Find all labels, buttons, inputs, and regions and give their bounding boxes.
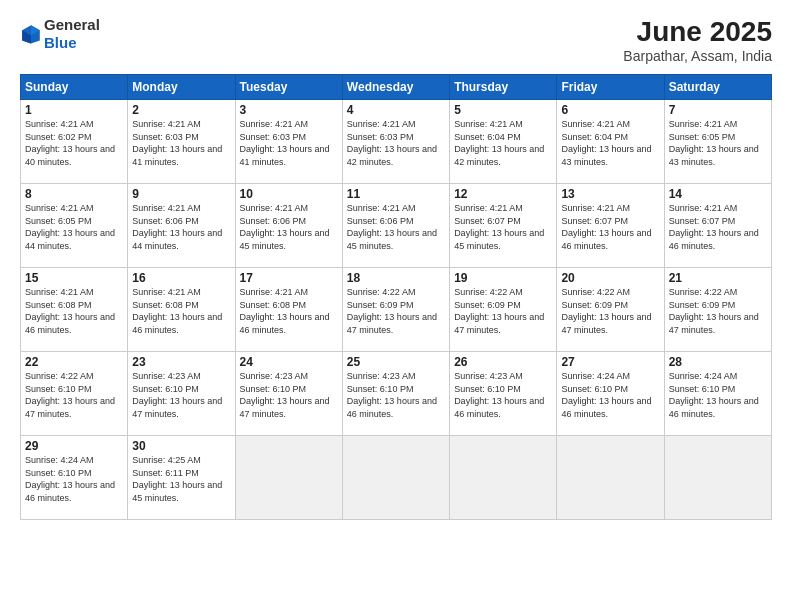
table-row [664,436,771,520]
table-row [557,436,664,520]
table-row: 24Sunrise: 4:23 AMSunset: 6:10 PMDayligh… [235,352,342,436]
week-row-2: 8Sunrise: 4:21 AMSunset: 6:05 PMDaylight… [21,184,772,268]
table-row: 8Sunrise: 4:21 AMSunset: 6:05 PMDaylight… [21,184,128,268]
table-row: 25Sunrise: 4:23 AMSunset: 6:10 PMDayligh… [342,352,449,436]
week-row-3: 15Sunrise: 4:21 AMSunset: 6:08 PMDayligh… [21,268,772,352]
table-row: 27Sunrise: 4:24 AMSunset: 6:10 PMDayligh… [557,352,664,436]
location: Barpathar, Assam, India [623,48,772,64]
table-row: 2Sunrise: 4:21 AMSunset: 6:03 PMDaylight… [128,100,235,184]
day-number: 14 [669,187,767,201]
table-row: 19Sunrise: 4:22 AMSunset: 6:09 PMDayligh… [450,268,557,352]
day-detail: Sunrise: 4:23 AMSunset: 6:10 PMDaylight:… [132,371,222,419]
logo-general: General [44,16,100,33]
day-number: 24 [240,355,338,369]
day-number: 21 [669,271,767,285]
day-number: 17 [240,271,338,285]
col-tuesday: Tuesday [235,75,342,100]
calendar-body: 1Sunrise: 4:21 AMSunset: 6:02 PMDaylight… [21,100,772,520]
day-detail: Sunrise: 4:21 AMSunset: 6:05 PMDaylight:… [669,119,759,167]
col-sunday: Sunday [21,75,128,100]
day-detail: Sunrise: 4:22 AMSunset: 6:09 PMDaylight:… [561,287,651,335]
table-row: 23Sunrise: 4:23 AMSunset: 6:10 PMDayligh… [128,352,235,436]
table-row: 13Sunrise: 4:21 AMSunset: 6:07 PMDayligh… [557,184,664,268]
table-row: 14Sunrise: 4:21 AMSunset: 6:07 PMDayligh… [664,184,771,268]
day-detail: Sunrise: 4:21 AMSunset: 6:08 PMDaylight:… [132,287,222,335]
table-row: 30Sunrise: 4:25 AMSunset: 6:11 PMDayligh… [128,436,235,520]
day-number: 3 [240,103,338,117]
day-number: 10 [240,187,338,201]
day-number: 25 [347,355,445,369]
day-number: 4 [347,103,445,117]
day-number: 19 [454,271,552,285]
day-number: 22 [25,355,123,369]
day-number: 9 [132,187,230,201]
day-number: 27 [561,355,659,369]
day-detail: Sunrise: 4:23 AMSunset: 6:10 PMDaylight:… [454,371,544,419]
day-number: 5 [454,103,552,117]
table-row: 22Sunrise: 4:22 AMSunset: 6:10 PMDayligh… [21,352,128,436]
day-detail: Sunrise: 4:21 AMSunset: 6:04 PMDaylight:… [561,119,651,167]
title-block: June 2025 Barpathar, Assam, India [623,16,772,64]
day-number: 30 [132,439,230,453]
table-row: 11Sunrise: 4:21 AMSunset: 6:06 PMDayligh… [342,184,449,268]
day-detail: Sunrise: 4:21 AMSunset: 6:02 PMDaylight:… [25,119,115,167]
day-number: 29 [25,439,123,453]
week-row-5: 29Sunrise: 4:24 AMSunset: 6:10 PMDayligh… [21,436,772,520]
day-detail: Sunrise: 4:21 AMSunset: 6:07 PMDaylight:… [669,203,759,251]
day-detail: Sunrise: 4:21 AMSunset: 6:03 PMDaylight:… [240,119,330,167]
day-number: 13 [561,187,659,201]
col-friday: Friday [557,75,664,100]
table-row: 1Sunrise: 4:21 AMSunset: 6:02 PMDaylight… [21,100,128,184]
header-row: Sunday Monday Tuesday Wednesday Thursday… [21,75,772,100]
day-number: 12 [454,187,552,201]
day-number: 15 [25,271,123,285]
day-detail: Sunrise: 4:21 AMSunset: 6:08 PMDaylight:… [25,287,115,335]
table-row: 6Sunrise: 4:21 AMSunset: 6:04 PMDaylight… [557,100,664,184]
day-detail: Sunrise: 4:21 AMSunset: 6:06 PMDaylight:… [132,203,222,251]
day-detail: Sunrise: 4:24 AMSunset: 6:10 PMDaylight:… [669,371,759,419]
header: General Blue June 2025 Barpathar, Assam,… [20,16,772,64]
day-number: 20 [561,271,659,285]
table-row: 29Sunrise: 4:24 AMSunset: 6:10 PMDayligh… [21,436,128,520]
day-detail: Sunrise: 4:22 AMSunset: 6:09 PMDaylight:… [347,287,437,335]
logo-icon [20,23,42,45]
day-detail: Sunrise: 4:22 AMSunset: 6:09 PMDaylight:… [454,287,544,335]
day-detail: Sunrise: 4:21 AMSunset: 6:06 PMDaylight:… [347,203,437,251]
day-detail: Sunrise: 4:21 AMSunset: 6:03 PMDaylight:… [132,119,222,167]
table-row: 20Sunrise: 4:22 AMSunset: 6:09 PMDayligh… [557,268,664,352]
week-row-4: 22Sunrise: 4:22 AMSunset: 6:10 PMDayligh… [21,352,772,436]
table-row: 4Sunrise: 4:21 AMSunset: 6:03 PMDaylight… [342,100,449,184]
table-row: 17Sunrise: 4:21 AMSunset: 6:08 PMDayligh… [235,268,342,352]
day-number: 7 [669,103,767,117]
col-wednesday: Wednesday [342,75,449,100]
day-detail: Sunrise: 4:25 AMSunset: 6:11 PMDaylight:… [132,455,222,503]
logo-blue: Blue [44,34,77,51]
calendar-header: Sunday Monday Tuesday Wednesday Thursday… [21,75,772,100]
day-detail: Sunrise: 4:21 AMSunset: 6:07 PMDaylight:… [454,203,544,251]
day-number: 11 [347,187,445,201]
month-title: June 2025 [623,16,772,48]
table-row: 21Sunrise: 4:22 AMSunset: 6:09 PMDayligh… [664,268,771,352]
day-detail: Sunrise: 4:21 AMSunset: 6:03 PMDaylight:… [347,119,437,167]
table-row: 10Sunrise: 4:21 AMSunset: 6:06 PMDayligh… [235,184,342,268]
day-detail: Sunrise: 4:21 AMSunset: 6:07 PMDaylight:… [561,203,651,251]
logo: General Blue [20,16,100,52]
table-row: 18Sunrise: 4:22 AMSunset: 6:09 PMDayligh… [342,268,449,352]
col-monday: Monday [128,75,235,100]
day-number: 28 [669,355,767,369]
day-number: 16 [132,271,230,285]
table-row [450,436,557,520]
calendar-table: Sunday Monday Tuesday Wednesday Thursday… [20,74,772,520]
day-detail: Sunrise: 4:24 AMSunset: 6:10 PMDaylight:… [561,371,651,419]
day-detail: Sunrise: 4:22 AMSunset: 6:10 PMDaylight:… [25,371,115,419]
day-detail: Sunrise: 4:22 AMSunset: 6:09 PMDaylight:… [669,287,759,335]
day-number: 2 [132,103,230,117]
day-number: 1 [25,103,123,117]
page: General Blue June 2025 Barpathar, Assam,… [0,0,792,612]
day-number: 6 [561,103,659,117]
day-detail: Sunrise: 4:21 AMSunset: 6:08 PMDaylight:… [240,287,330,335]
col-thursday: Thursday [450,75,557,100]
day-number: 26 [454,355,552,369]
table-row: 15Sunrise: 4:21 AMSunset: 6:08 PMDayligh… [21,268,128,352]
day-number: 23 [132,355,230,369]
